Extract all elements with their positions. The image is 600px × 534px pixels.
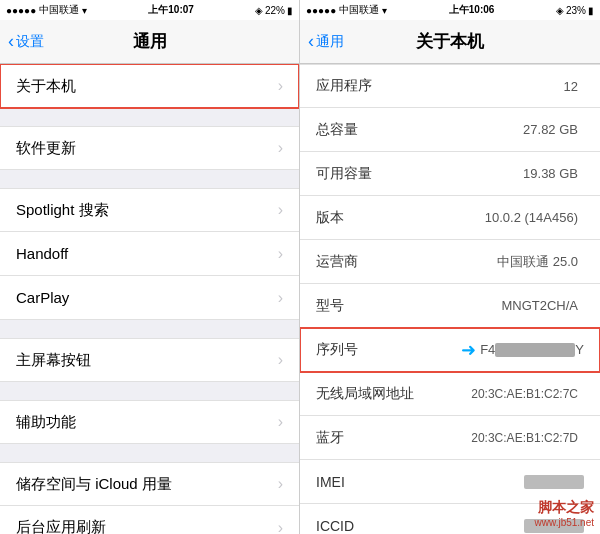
left-group-1: 关于本机 › [0,64,299,108]
right-group-main: 应用程序 12 总容量 27.82 GB 可用容量 19.38 GB 版本 10… [300,64,600,534]
row-home-label: 主屏幕按钮 [16,351,278,370]
right-back-button[interactable]: ‹ 通用 [308,33,344,51]
left-back-button[interactable]: ‹ 设置 [8,33,44,51]
left-nav-bar: ‹ 设置 通用 [0,20,299,64]
left-back-label: 设置 [16,33,44,51]
row-storage-chevron: › [278,475,283,493]
row-accessibility-label: 辅助功能 [16,413,278,432]
row-about[interactable]: 关于本机 › [0,64,299,108]
row-wifi-addr-value: 20:3C:AE:B1:C2:7C [471,387,578,401]
row-serial-start: F4 [480,342,495,357]
right-back-label: 通用 [316,33,344,51]
battery-left: 22% [265,5,285,16]
spacer-5 [0,444,299,462]
right-nav-title: 关于本机 [416,30,484,53]
spacer-4 [0,382,299,400]
carrier-left: 中国联通 [39,3,79,17]
row-available-label: 可用容量 [316,165,523,183]
row-total-capacity: 总容量 27.82 GB [300,108,600,152]
spacer-2 [0,170,299,188]
row-storage-label: 储存空间与 iCloud 用量 [16,475,278,494]
battery-icon-left: ▮ [287,5,293,16]
row-home-chevron: › [278,351,283,369]
row-available: 可用容量 19.38 GB [300,152,600,196]
right-location-icon: ◈ [556,5,564,16]
row-serial-end: Y [575,342,584,357]
right-battery-icon: ▮ [588,5,594,16]
row-model: 型号 MNGT2CH/A [300,284,600,328]
right-time: 上午10:06 [449,3,495,17]
left-time: 上午10:07 [148,3,194,17]
row-storage[interactable]: 储存空间与 iCloud 用量 › [0,462,299,506]
row-carplay-chevron: › [278,289,283,307]
signal-dots: ●●●●● [6,5,36,16]
row-serial-value-box: ➜ F4 Y [461,339,584,361]
row-carrier: 运营商 中国联通 25.0 [300,240,600,284]
right-about-list: 应用程序 12 总容量 27.82 GB 可用容量 19.38 GB 版本 10… [300,64,600,534]
left-group-3: Spotlight 搜索 › Handoff › CarPlay › [0,188,299,320]
row-apps: 应用程序 12 [300,64,600,108]
row-bluetooth: 蓝牙 20:3C:AE:B1:C2:7D [300,416,600,460]
left-panel: ●●●●● 中国联通 ▾ 上午10:07 ◈ 22% ▮ ‹ 设置 通用 关于本… [0,0,300,534]
row-bg-chevron: › [278,519,283,535]
row-model-label: 型号 [316,297,501,315]
row-handoff-label: Handoff [16,245,278,262]
right-signal-dots: ●●●●● [306,5,336,16]
row-model-value: MNGT2CH/A [501,298,578,313]
row-serial-label: 序列号 [316,341,461,359]
row-spotlight-label: Spotlight 搜索 [16,201,278,220]
wifi-icon: ▾ [82,5,87,16]
row-bluetooth-value: 20:3C:AE:B1:C2:7D [471,431,578,445]
row-wifi-addr-label: 无线局域网地址 [316,385,471,403]
row-imei-label: IMEI [316,474,524,490]
location-icon: ◈ [255,5,263,16]
left-group-4: 主屏幕按钮 › [0,338,299,382]
row-imei-blurred [524,475,584,489]
row-spotlight-chevron: › [278,201,283,219]
row-serial: 序列号 ➜ F4 Y [300,328,600,372]
row-total-value: 27.82 GB [523,122,578,137]
row-serial-blurred [495,343,575,357]
left-group-2: 软件更新 › [0,126,299,170]
row-version: 版本 10.0.2 (14A456) [300,196,600,240]
left-back-chevron: ‹ [8,32,14,50]
row-apps-label: 应用程序 [316,77,564,95]
right-panel: ●●●●● 中国联通 ▾ 上午10:06 ◈ 23% ▮ ‹ 通用 关于本机 应… [300,0,600,534]
row-spotlight[interactable]: Spotlight 搜索 › [0,188,299,232]
right-back-chevron: ‹ [308,32,314,50]
spacer-1 [0,108,299,126]
arrow-blue-icon: ➜ [461,339,476,361]
right-carrier: 中国联通 [339,3,379,17]
row-accessibility[interactable]: 辅助功能 › [0,400,299,444]
left-status-left: ●●●●● 中国联通 ▾ [6,3,87,17]
row-iccid-blurred [524,519,584,533]
row-handoff-chevron: › [278,245,283,263]
row-total-label: 总容量 [316,121,523,139]
left-group-6: 储存空间与 iCloud 用量 › 后台应用刷新 › [0,462,299,534]
right-status-right: ◈ 23% ▮ [556,5,594,16]
row-carplay[interactable]: CarPlay › [0,276,299,320]
row-iccid: ICCID [300,504,600,534]
left-group-5: 辅助功能 › [0,400,299,444]
left-status-right: ◈ 22% ▮ [255,5,293,16]
left-settings-list: 关于本机 › 软件更新 › Spotlight 搜索 › Handoff › [0,64,299,534]
row-handoff[interactable]: Handoff › [0,232,299,276]
right-battery: 23% [566,5,586,16]
left-status-bar: ●●●●● 中国联通 ▾ 上午10:07 ◈ 22% ▮ [0,0,299,20]
row-carplay-label: CarPlay [16,289,278,306]
row-background-refresh[interactable]: 后台应用刷新 › [0,506,299,534]
row-about-chevron: › [278,77,283,95]
right-nav-bar: ‹ 通用 关于本机 [300,20,600,64]
row-carrier-label: 运营商 [316,253,497,271]
spacer-3 [0,320,299,338]
row-home-button[interactable]: 主屏幕按钮 › [0,338,299,382]
row-bluetooth-label: 蓝牙 [316,429,471,447]
row-wifi-address: 无线局域网地址 20:3C:AE:B1:C2:7C [300,372,600,416]
row-carrier-value: 中国联通 25.0 [497,253,578,271]
row-software-update[interactable]: 软件更新 › [0,126,299,170]
row-version-label: 版本 [316,209,485,227]
row-bg-label: 后台应用刷新 [16,518,278,534]
row-apps-value: 12 [564,79,578,94]
row-software-chevron: › [278,139,283,157]
row-available-value: 19.38 GB [523,166,578,181]
